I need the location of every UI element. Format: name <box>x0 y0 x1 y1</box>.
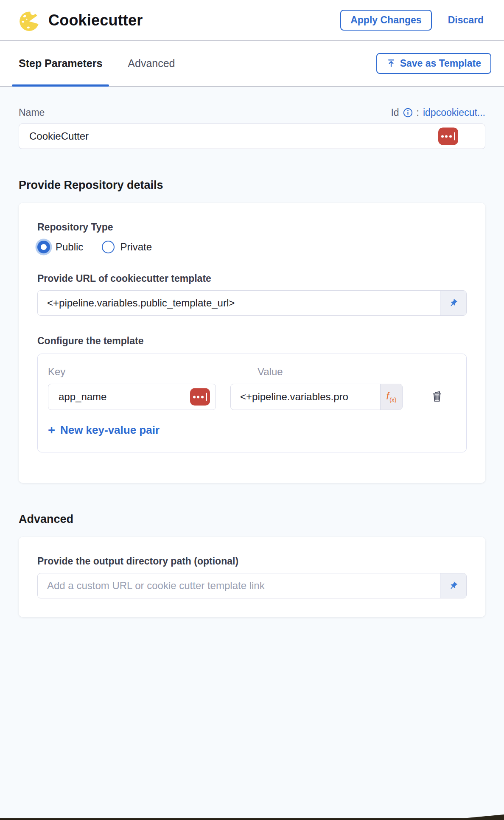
delete-row-button[interactable] <box>429 388 445 406</box>
output-directory-field <box>37 573 467 598</box>
radio-public-label: Public <box>56 241 83 253</box>
pin-button[interactable] <box>440 573 466 598</box>
name-input[interactable] <box>19 124 485 149</box>
radio-selected-icon <box>37 241 50 253</box>
info-icon[interactable] <box>403 108 413 118</box>
expression-button[interactable]: f(x) <box>380 384 402 410</box>
repository-details-heading: Provide Repository details <box>19 179 485 192</box>
value-input[interactable] <box>231 384 380 410</box>
tab-step-parameters[interactable]: Step Parameters <box>12 41 109 86</box>
plus-icon: + <box>48 424 55 436</box>
advanced-heading: Advanced <box>19 513 485 526</box>
value-column-header: Value <box>230 366 403 378</box>
key-column-header: Key <box>48 366 216 378</box>
repository-type-radio-group: Public Private <box>37 241 467 253</box>
multi-type-selector-icon[interactable] <box>190 388 210 406</box>
radio-public[interactable]: Public <box>37 241 83 253</box>
add-key-value-label: New key-value pair <box>60 424 160 437</box>
save-as-template-button[interactable]: Save as Template <box>376 53 491 74</box>
advanced-card: Provide the output directory path (optio… <box>19 537 485 617</box>
step-parameters-panel: Name Id : idpcookiecut... Provide Reposi… <box>0 87 504 617</box>
bottom-edge-bar <box>0 818 504 820</box>
configure-template-label: Configure the template <box>37 335 467 347</box>
tab-advanced[interactable]: Advanced <box>121 41 182 86</box>
tab-bar: Step Parameters Advanced Save as Templat… <box>0 41 504 87</box>
id-label: Id <box>391 107 399 118</box>
repository-details-card: Repository Type Public Private Provide U… <box>19 203 485 483</box>
pushpin-icon <box>448 580 459 592</box>
id-separator: : <box>417 107 419 118</box>
key-value-row: f(x) <box>48 384 454 410</box>
template-url-field <box>37 290 467 316</box>
key-value-editor: Key Value f(x) <box>37 354 467 452</box>
name-label: Name <box>19 107 45 118</box>
cookiecutter-logo-icon <box>19 9 41 31</box>
pushpin-icon <box>448 298 459 309</box>
discard-button[interactable]: Discard <box>448 14 484 26</box>
multi-type-selector-icon[interactable] <box>438 128 458 145</box>
radio-private[interactable]: Private <box>102 241 152 253</box>
fx-icon: f(x) <box>386 391 397 403</box>
output-directory-label: Provide the output directory path (optio… <box>37 556 467 567</box>
step-id: Id : idpcookiecut... <box>391 107 485 118</box>
id-value[interactable]: idpcookiecut... <box>423 107 485 118</box>
value-field: f(x) <box>230 384 403 410</box>
template-url-label: Provide URL of cookiecutter template <box>37 273 467 284</box>
repository-type-label: Repository Type <box>37 222 467 233</box>
page-title: Cookiecutter <box>48 11 143 29</box>
apply-changes-button[interactable]: Apply Changes <box>340 10 431 31</box>
bottom-edge-wedge <box>445 814 504 820</box>
radio-private-label: Private <box>120 241 152 253</box>
add-key-value-button[interactable]: + New key-value pair <box>48 424 160 437</box>
radio-unselected-icon <box>102 241 115 253</box>
step-header: Cookiecutter Apply Changes Discard <box>0 0 504 41</box>
upload-icon <box>386 59 396 68</box>
pin-button[interactable] <box>440 291 466 315</box>
save-as-template-label: Save as Template <box>400 58 481 69</box>
output-directory-input[interactable] <box>38 573 440 598</box>
trash-icon <box>431 390 443 403</box>
template-url-input[interactable] <box>38 291 440 315</box>
